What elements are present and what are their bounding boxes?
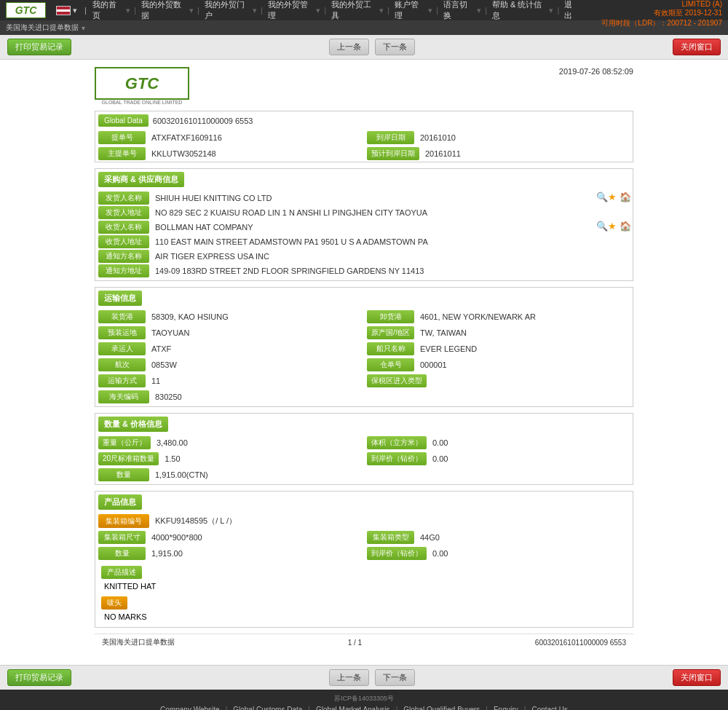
- prev-button[interactable]: 上一条: [329, 39, 369, 55]
- quantity-label: 数量: [98, 468, 149, 481]
- shipper-addr-value: NO 829 SEC 2 KUAISU ROAD LIN 1 N ANSHI L…: [152, 206, 630, 219]
- next-button[interactable]: 下一条: [375, 39, 415, 55]
- footer-link-customs[interactable]: Global Customs Data: [233, 706, 302, 710]
- bill-ref-label: 仓单号: [367, 358, 414, 371]
- product-desc-area: 产品描述 KNITTED HAT: [95, 561, 633, 593]
- nav-export[interactable]: 我的外贸门户: [205, 0, 248, 21]
- global-data-section: Global Data 600320161011000009 6553 提单号 …: [95, 111, 633, 162]
- receiver-home-icon[interactable]: 🏠: [620, 221, 630, 231]
- notify-addr-row: 通知方地址 149-09 183RD STREET 2ND FLOOR SPRI…: [98, 264, 630, 277]
- buyer-supplier-section: 采购商 & 供应商信息 发货人名称 SHIUH HUEI KNITTING CO…: [95, 168, 633, 281]
- footer-link-contact[interactable]: Contact Us: [531, 706, 567, 710]
- bottom-data-bar: 美国海关进口提单数据 1 / 1 600320161011000009 6553: [95, 634, 633, 650]
- shipper-addr-label: 发货人地址: [98, 206, 149, 219]
- bonded-label: 保税区进入类型: [367, 374, 427, 387]
- bill-no-col: 提单号 ATXFATXF1609116: [95, 130, 364, 146]
- bottom-toolbar: 打印贸易记录 上一条 下一条 关闭窗口: [0, 665, 728, 690]
- footer-link-enquiry[interactable]: Enquiry: [494, 706, 518, 710]
- nav-language[interactable]: 语言切换: [443, 0, 472, 21]
- bill-ref-col: 仓单号 000001: [364, 357, 633, 373]
- shipper-home-icon[interactable]: 🏠: [620, 192, 630, 202]
- global-data-value: 600320161011000009 6553: [153, 117, 253, 125]
- container-type-col: 集装箱类型 44G0: [364, 529, 633, 545]
- bottom-source: 美国海关进口提单数据: [102, 637, 175, 647]
- nav-import[interactable]: 我的外贸数据: [141, 0, 185, 21]
- ports-row: 装货港 58309, KAO HSIUNG 卸货港 4601, NEW YORK…: [95, 309, 633, 325]
- close-button[interactable]: 关闭窗口: [673, 39, 721, 55]
- volume-label: 体积（立方米）: [367, 436, 427, 449]
- carrier-label: 承运人: [98, 342, 146, 355]
- arrival-price-col: 到岸价（钻价） 0.00: [364, 451, 633, 467]
- document-area: GTC GLOBAL TRADE ONLINE LIMITED 2019-07-…: [87, 60, 641, 658]
- voyage-col: 航次 0853W: [95, 357, 364, 373]
- close-button-bottom[interactable]: 关闭窗口: [673, 669, 721, 686]
- main-content: GTC GLOBAL TRADE ONLINE LIMITED 2019-07-…: [0, 60, 728, 665]
- dest-port-value: 4601, NEW YORK/NEWARK AR: [417, 311, 630, 323]
- arrival-date-col: 到岸日期 20161010: [364, 130, 633, 146]
- top-toolbar: 打印贸易记录 上一条 下一条 关闭窗口: [0, 35, 728, 60]
- product-desc-label: 产品描述: [101, 566, 142, 579]
- arrival-date-label: 到岸日期: [367, 131, 414, 144]
- customs-label: 海关编码: [98, 390, 149, 403]
- brand-name: GLOBAL TRADE ONLINE LIMITED (A): [638, 0, 722, 8]
- shipper-star-icon[interactable]: ★: [608, 192, 618, 202]
- print-button-bottom[interactable]: 打印贸易记录: [7, 669, 71, 686]
- marks-area: 唛头 NO MARKS: [95, 593, 633, 627]
- transport-label: 运输方式: [98, 374, 146, 387]
- origin-port-label: 装货港: [98, 310, 146, 323]
- bill-ref-value: 000001: [417, 359, 630, 371]
- transport-value: 11: [149, 375, 361, 387]
- valid-until: 有效期至 2019-12-31: [654, 9, 722, 17]
- footer-link-market[interactable]: Global Market Analysis: [316, 706, 390, 710]
- receiver-addr-row: 收货人地址 110 EAST MAIN STREET ADAMSTOWN PA1…: [98, 235, 630, 248]
- notify-name-value: AIR TIGER EXPRESS USA INC: [152, 250, 630, 263]
- nav-account[interactable]: 账户管理: [395, 0, 424, 21]
- country-col: 原产国/地区 TW, TAIWAN: [364, 325, 633, 341]
- receiver-name-value: BOLLMAN HAT COMPANY: [152, 221, 593, 234]
- loading-country-row: 预装运地 TAOYUAN 原产国/地区 TW, TAIWAN: [95, 325, 633, 341]
- notify-name-row: 通知方名称 AIR TIGER EXPRESS USA INC: [98, 250, 630, 263]
- container-size-label: 集装箱尺寸: [98, 531, 146, 544]
- nav-logout[interactable]: 退出: [564, 0, 579, 21]
- nav-home[interactable]: 我的首页: [92, 0, 122, 21]
- shipper-name-label: 发货人名称: [98, 192, 149, 205]
- print-button[interactable]: 打印贸易记录: [7, 39, 71, 55]
- nav-help[interactable]: 帮助 & 统计信息: [492, 0, 545, 21]
- loading-place-value: TAOYUAN: [149, 327, 361, 339]
- footer-link-buyers[interactable]: Global Qualified Buyers: [403, 706, 480, 710]
- notify-addr-label: 通知方地址: [98, 264, 149, 277]
- origin-port-value: 58309, KAO HSIUNG: [149, 311, 361, 323]
- buyer-supplier-title: 采购商 & 供应商信息: [98, 172, 184, 187]
- nav-customs[interactable]: 我的外贸管理: [268, 0, 312, 21]
- vessel-col: 船只名称 EVER LEGEND: [364, 341, 633, 357]
- weight-label: 重量（公斤）: [98, 436, 151, 449]
- receiver-addr-label: 收货人地址: [98, 235, 149, 248]
- voyage-value: 0853W: [149, 359, 361, 371]
- next-button-bottom[interactable]: 下一条: [375, 669, 415, 686]
- marks-value: NO MARKS: [98, 611, 630, 623]
- doc-logo: GTC GLOBAL TRADE ONLINE LIMITED: [95, 67, 189, 105]
- transport-bonded-row: 运输方式 11 保税区进入类型: [95, 373, 633, 389]
- receiver-star-icon[interactable]: ★: [608, 221, 618, 231]
- receiver-name-label: 收货人名称: [98, 221, 149, 234]
- bonded-col: 保税区进入类型: [364, 373, 633, 389]
- carrier-col: 承运人 ATXF: [95, 341, 364, 357]
- prev-button-bottom[interactable]: 上一条: [329, 669, 369, 686]
- estimated-date-col: 预计到岸日期 20161011: [364, 146, 633, 162]
- page-title: 美国海关进口提单数据: [6, 23, 79, 33]
- quantity-row: 数量 1,915.00(CTN): [98, 468, 630, 481]
- shipper-search-icon[interactable]: 🔍: [596, 192, 606, 202]
- doc-header: GTC GLOBAL TRADE ONLINE LIMITED 2019-07-…: [95, 67, 633, 105]
- weight-col: 重量（公斤） 3,480.00: [95, 435, 364, 451]
- flag: ▾: [56, 6, 77, 15]
- footer-link-website[interactable]: Company Website: [160, 706, 220, 710]
- shipping-section: 运输信息 装货港 58309, KAO HSIUNG 卸货港 4601, NEW…: [95, 287, 633, 407]
- marks-label: 唛头: [101, 596, 127, 610]
- notify-addr-value: 149-09 183RD STREET 2ND FLOOR SPRINGFIEL…: [152, 264, 630, 277]
- container-20-col: 20尺标准箱数量 1.50: [95, 451, 364, 467]
- logo-sub: GLOBAL TRADE ONLINE LIMITED: [102, 100, 183, 105]
- product-qty-value: 1,915.00: [149, 548, 361, 559]
- logo-text: GTC: [125, 74, 159, 93]
- receiver-search-icon[interactable]: 🔍: [596, 221, 606, 231]
- nav-tools[interactable]: 我的外贸工具: [331, 0, 375, 21]
